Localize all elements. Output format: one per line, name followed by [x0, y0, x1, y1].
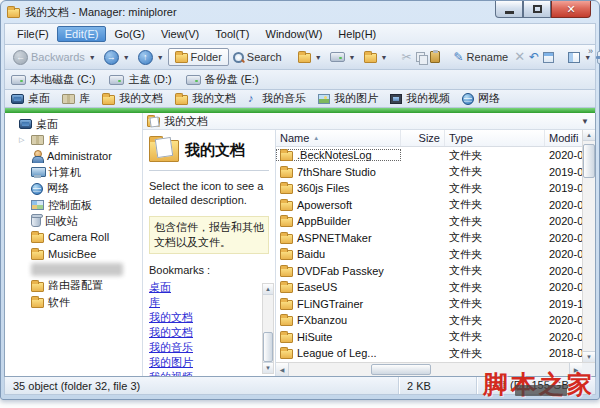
- tree-item[interactable]: 路由器配置: [5, 278, 142, 294]
- tab-label[interactable]: 我的文档: [164, 114, 208, 129]
- file-name-cell[interactable]: 7thShare Studio: [276, 166, 401, 178]
- table-row[interactable]: FLiNGTrainer文件夹2019-1: [276, 296, 595, 313]
- file-list-vertical-scrollbar[interactable]: ▲ ▼: [582, 130, 595, 362]
- drive-select-button[interactable]: ▼: [326, 50, 360, 64]
- file-name-cell[interactable]: FLiNGTrainer: [276, 298, 401, 310]
- delete-button[interactable]: ✕: [512, 49, 527, 65]
- file-name-cell[interactable]: Apowersoft: [276, 199, 401, 211]
- copy-button[interactable]: [414, 50, 428, 65]
- table-row[interactable]: Apowersoft文件夹2020-0: [276, 197, 595, 214]
- quick-link-item[interactable]: ♪我的音乐: [248, 91, 306, 106]
- undo-button[interactable]: ↶: [527, 49, 541, 65]
- table-row[interactable]: FXbanzou文件夹2020-0: [276, 312, 595, 329]
- quick-link-item[interactable]: 我的文档: [102, 91, 163, 106]
- quick-link-item[interactable]: 我的文档: [175, 91, 236, 106]
- scroll-up-icon[interactable]: ▲: [263, 284, 273, 295]
- forward-button[interactable]: → ▼: [100, 48, 134, 67]
- menu-item-filef[interactable]: File(F): [9, 26, 57, 42]
- scroll-left-icon[interactable]: ◀: [276, 363, 289, 376]
- toolbar-overflow-icon[interactable]: »: [588, 46, 593, 56]
- close-button[interactable]: ✕: [551, 1, 591, 18]
- table-row[interactable]: EaseUS文件夹2020-0: [276, 279, 595, 296]
- file-name-cell[interactable]: EaseUS: [276, 281, 401, 293]
- bookmark-link[interactable]: 我的音乐: [149, 340, 269, 355]
- file-name-cell[interactable]: HiSuite: [276, 331, 401, 343]
- table-row[interactable]: ASPNETMaker文件夹2020-0: [276, 230, 595, 247]
- tree-item[interactable]: MusicBee: [5, 246, 142, 262]
- table-row[interactable]: 7thShare Studio文件夹2019-0: [276, 164, 595, 181]
- table-row[interactable]: 360js Files文件夹2019-0: [276, 180, 595, 197]
- table-row[interactable]: HiSuite文件夹2020-0: [276, 329, 595, 346]
- quick-link-item[interactable]: 库: [62, 91, 90, 106]
- quick-link-item[interactable]: 网络: [462, 91, 500, 106]
- bookmark-link[interactable]: 桌面: [149, 280, 269, 295]
- scrollbar-thumb[interactable]: [583, 144, 595, 178]
- table-row[interactable]: DVDFab Passkey文件夹2020-0: [276, 263, 595, 280]
- tree-item[interactable]: 控制面板: [5, 197, 142, 213]
- file-name-cell[interactable]: ASPNETMaker: [276, 232, 401, 244]
- table-row[interactable]: Baidu文件夹2020-0: [276, 246, 595, 263]
- expander-icon[interactable]: ▷: [19, 136, 24, 144]
- menu-item-viewv[interactable]: View(V): [153, 26, 207, 42]
- tree-item[interactable]: 软件: [5, 294, 142, 310]
- cut-button[interactable]: ✂: [399, 49, 413, 65]
- menu-item-helph[interactable]: Help(H): [330, 26, 384, 42]
- column-header-type[interactable]: Type: [445, 130, 545, 146]
- up-button[interactable]: ↑ ▼: [134, 48, 168, 67]
- title-bar[interactable]: 我的文档 - Manager: miniplorer ✕: [1, 1, 599, 23]
- drive-bar-item[interactable]: 本地磁盘 (C:): [11, 72, 95, 87]
- bookmark-link[interactable]: 我的视频: [149, 370, 269, 376]
- scrollbar-thumb[interactable]: [263, 332, 273, 362]
- table-row[interactable]: League of Leg...文件夹2018-0: [276, 345, 595, 362]
- back-button[interactable]: ← Backwards ▼: [9, 48, 100, 67]
- file-name-cell[interactable]: .BeckNotesLog: [276, 149, 401, 161]
- file-name-cell[interactable]: AppBuilder: [276, 215, 401, 227]
- tab-list-dropdown-icon[interactable]: ▼: [581, 117, 591, 126]
- file-name-cell[interactable]: 360js Files: [276, 182, 401, 194]
- bookmark-link[interactable]: 我的文档: [149, 310, 269, 325]
- rename-button[interactable]: ✎ Rename: [450, 49, 513, 65]
- search-button[interactable]: Search: [229, 49, 286, 65]
- tree-item[interactable]: 桌面: [5, 116, 142, 132]
- paste-button[interactable]: [428, 49, 442, 65]
- file-name-cell[interactable]: DVDFab Passkey: [276, 265, 401, 277]
- quick-link-item[interactable]: 我的视频: [390, 91, 450, 106]
- bookmarks-scrollbar[interactable]: ▲ ▼: [262, 283, 274, 374]
- scroll-down-icon[interactable]: ▼: [583, 351, 595, 362]
- minimize-button[interactable]: [495, 1, 523, 18]
- zoom-slider[interactable]: [595, 49, 600, 66]
- quick-link-item[interactable]: 桌面: [11, 91, 50, 106]
- file-name-cell[interactable]: Baidu: [276, 248, 401, 260]
- table-row[interactable]: AppBuilder文件夹2020-0: [276, 213, 595, 230]
- new-folder-button[interactable]: ▼: [294, 49, 326, 65]
- tree-item[interactable]: [5, 262, 142, 278]
- bookmark-link[interactable]: 我的文档: [149, 325, 269, 340]
- maximize-button[interactable]: [523, 1, 551, 18]
- quick-link-item[interactable]: 我的图片: [318, 91, 378, 106]
- file-list-horizontal-scrollbar[interactable]: ◀ ▶: [276, 362, 595, 376]
- column-header-size[interactable]: Size: [401, 130, 445, 146]
- file-name-cell[interactable]: FXbanzou: [276, 314, 401, 326]
- tree-item[interactable]: Administrator: [5, 148, 142, 164]
- scroll-down-icon[interactable]: ▼: [263, 362, 273, 373]
- menu-item-toolt[interactable]: Tool(T): [207, 26, 257, 42]
- bookmark-link[interactable]: 我的图片: [149, 355, 269, 370]
- scrollbar-thumb[interactable]: [371, 364, 431, 375]
- drive-bar-item[interactable]: 备份盘 (E:): [186, 72, 259, 87]
- file-name-cell[interactable]: League of Leg...: [276, 347, 401, 359]
- tree-item[interactable]: 网络: [5, 181, 142, 197]
- tree-item[interactable]: Camera Roll: [5, 229, 142, 245]
- drive-bar-item[interactable]: 主盘 (D:): [109, 72, 171, 87]
- scroll-up-icon[interactable]: ▲: [583, 130, 595, 141]
- menu-item-gog[interactable]: Go(G): [106, 26, 153, 42]
- tree-item[interactable]: ▷库: [5, 132, 142, 148]
- bookmark-link[interactable]: 库: [149, 295, 269, 310]
- tree-item[interactable]: 计算机: [5, 165, 142, 181]
- folder-view-button[interactable]: Folder: [168, 48, 229, 66]
- menu-item-windoww[interactable]: Window(W): [258, 26, 331, 42]
- column-header-name[interactable]: Name▲: [276, 130, 401, 146]
- tree-item[interactable]: 回收站: [5, 213, 142, 229]
- menu-item-edite[interactable]: Edit(E): [57, 26, 107, 42]
- properties-button[interactable]: [541, 50, 556, 65]
- scroll-right-icon[interactable]: ▶: [569, 363, 582, 376]
